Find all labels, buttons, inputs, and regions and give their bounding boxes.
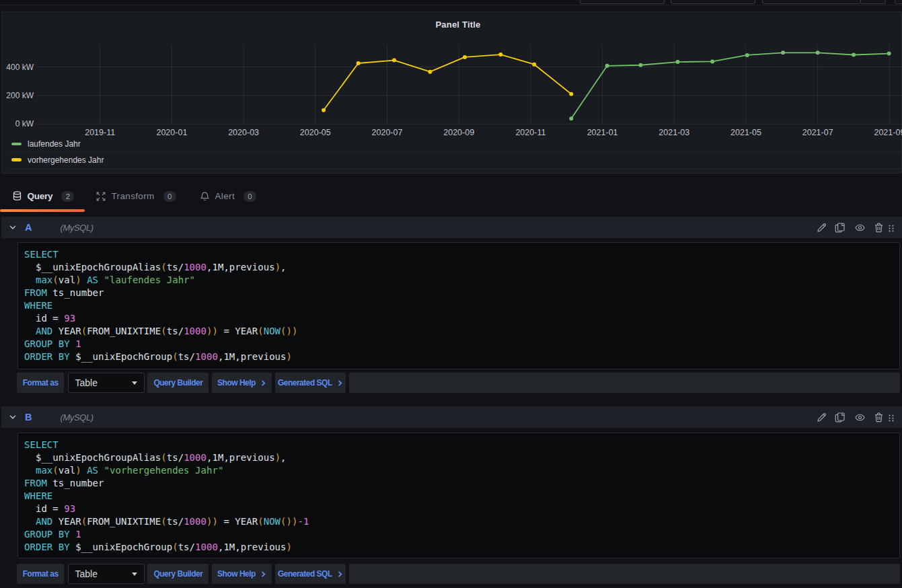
button-label: Query Builder (153, 378, 202, 388)
button-label: Query Builder (153, 569, 202, 579)
button-label: Show Help (217, 569, 256, 579)
tab-query[interactable]: Query 2 (0, 183, 85, 209)
format-select[interactable]: Table (68, 373, 145, 393)
top-toolbar (0, 0, 902, 5)
active-tab-underline (0, 209, 85, 212)
refresh-button[interactable] (895, 0, 902, 4)
chevron-right-icon (337, 571, 343, 577)
tab-alert[interactable]: Alert 0 (200, 183, 257, 209)
format-select[interactable]: Table (68, 564, 145, 584)
trash-icon[interactable] (874, 412, 884, 422)
chevron-right-icon (260, 380, 266, 386)
query-footer-filler (349, 373, 900, 393)
format-select-value: Table (75, 568, 98, 579)
transform-icon (96, 192, 106, 201)
eye-icon[interactable] (855, 223, 865, 233)
sql-editor-b[interactable]: SELECT $__unixEpochGroupAlias(ts/1000,1M… (17, 433, 900, 558)
show-help-button[interactable]: Show Help (212, 564, 272, 584)
query-builder-button[interactable]: Query Builder (147, 564, 209, 584)
toolbar-button-2[interactable] (671, 0, 755, 4)
sql-editor-a[interactable]: SELECT $__unixEpochGroupAlias(ts/1000,1M… (17, 242, 900, 369)
trash-icon[interactable] (874, 223, 884, 233)
legend-item-laufendes-jahr[interactable]: laufendes Jahr (7, 137, 902, 152)
button-label: Show Help (217, 378, 256, 388)
caret-down-icon (132, 381, 137, 385)
database-icon (13, 191, 22, 201)
query-footer-a: Format as Table Query Builder Show Help … (0, 373, 902, 393)
tab-transform-label: Transform (112, 191, 155, 201)
legend-swatch-green (11, 143, 22, 146)
grafana-panel-editor: Panel Title 0 kW200 kW400 kW2019-112020-… (0, 0, 902, 588)
legend-label[interactable]: vorhergehendes Jahr (28, 155, 104, 165)
caret-down-icon (132, 573, 137, 576)
query-row-header-b[interactable]: B (MySQL) (1, 406, 902, 428)
button-label: Generated SQL (278, 569, 332, 579)
legend-swatch-yellow (11, 158, 22, 161)
tab-transform-count: 0 (163, 191, 176, 202)
tab-query-label: Query (27, 191, 52, 201)
toolbar-button-1[interactable] (580, 0, 665, 4)
query-footer-filler (349, 564, 900, 584)
generated-sql-button[interactable]: Generated SQL (275, 373, 346, 393)
tab-alert-label: Alert (215, 191, 235, 201)
panel-title[interactable]: Panel Title (2, 20, 902, 30)
format-as-label: Format as (17, 564, 64, 584)
drag-handle-icon[interactable] (887, 223, 895, 233)
query-footer-b: Format as Table Query Builder Show Help … (0, 564, 902, 584)
edit-icon[interactable] (817, 223, 827, 233)
legend-label[interactable]: laufendes Jahr (28, 139, 81, 149)
query-row-header-a[interactable]: A (MySQL) (1, 217, 902, 238)
query-actions (1, 217, 902, 238)
button-label: Generated SQL (278, 378, 332, 388)
format-as-label: Format as (17, 373, 64, 393)
tab-alert-count: 0 (243, 191, 256, 202)
bell-icon (200, 192, 209, 201)
generated-sql-button[interactable]: Generated SQL (275, 564, 346, 584)
legend-item-vorhergehendes-jahr[interactable]: vorhergehendes Jahr (7, 152, 902, 169)
drag-handle-icon[interactable] (887, 413, 895, 423)
eye-icon[interactable] (855, 412, 865, 422)
show-help-button[interactable]: Show Help (212, 373, 272, 393)
zoom-out-button[interactable] (860, 0, 886, 4)
query-builder-button[interactable]: Query Builder (147, 373, 209, 393)
editor-tabs: Query 2 Transform 0 Alert 0 (0, 183, 902, 213)
edit-icon[interactable] (817, 412, 827, 422)
format-select-value: Table (75, 377, 98, 388)
tab-query-count: 2 (61, 191, 74, 202)
time-range-button[interactable] (762, 0, 862, 4)
copy-icon[interactable] (835, 412, 845, 422)
query-actions (1, 406, 902, 428)
tab-transform[interactable]: Transform 0 (96, 183, 176, 209)
chevron-right-icon (337, 380, 343, 386)
chevron-right-icon (260, 571, 266, 577)
copy-icon[interactable] (835, 223, 845, 233)
